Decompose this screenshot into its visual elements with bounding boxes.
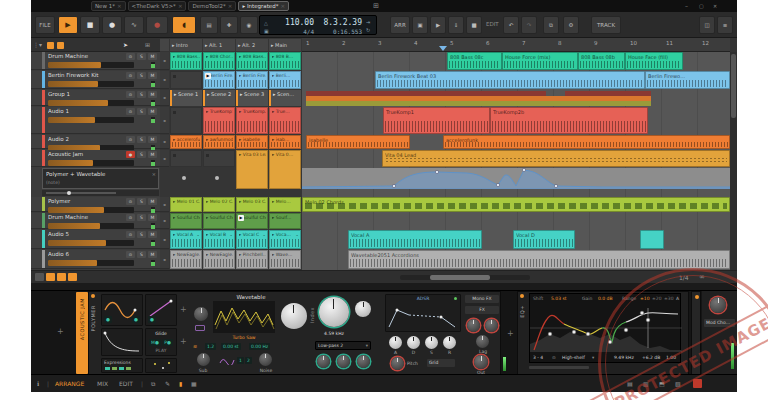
stop-button[interactable]: ■ [80, 16, 100, 34]
h-scrollbar-thumb[interactable] [430, 275, 490, 280]
tab-mix[interactable]: MIX [97, 380, 108, 387]
mute-button[interactable]: M [148, 72, 157, 79]
eq-shift-value[interactable]: 5.03 st [551, 296, 567, 301]
eq-range-10[interactable]: ±10 [640, 296, 650, 301]
expr-chip4[interactable] [126, 367, 131, 370]
eq-scrollbar[interactable] [529, 366, 589, 369]
redo-icon[interactable]: ↷ [521, 16, 537, 34]
track-color-tab[interactable]: ACOUSTIC JAM [76, 292, 88, 374]
empty-clip-slot[interactable] [170, 107, 202, 134]
launcher-clip[interactable]: ▸ Vocal B⌄ [203, 230, 235, 249]
export-play-icon[interactable]: ▶ [430, 16, 446, 34]
volume-fader[interactable] [48, 62, 134, 68]
groove-toggle-icon[interactable]: ▤ [200, 16, 218, 34]
launcher-clip[interactable]: ▸ Berlin Fire…▶ [203, 71, 235, 89]
clip-view-icon[interactable]: ▮ [179, 380, 182, 387]
next-device-strip[interactable] [691, 291, 701, 375]
tab-close-icon[interactable]: × [280, 3, 285, 9]
project-tab[interactable]: New 1*× [91, 1, 126, 11]
expr-chip2[interactable] [112, 367, 117, 370]
dual-view-icon[interactable]: ⧉ [151, 380, 155, 388]
tab-close-icon[interactable]: × [117, 3, 122, 9]
wavetable-title[interactable]: Wavetable [189, 294, 313, 300]
arr-button[interactable]: ARR [390, 16, 410, 34]
volume-fader[interactable] [48, 160, 134, 166]
arranger-clip[interactable]: 808 Bass 08c [447, 52, 502, 70]
solo-button[interactable]: S [137, 214, 146, 221]
notes-panel-icon[interactable]: ▧ [675, 380, 681, 387]
env-r-knob[interactable] [443, 336, 456, 349]
v-scrollbar-thumb[interactable] [731, 54, 736, 118]
env-a-knob[interactable] [389, 336, 402, 349]
mute-button[interactable]: M [148, 151, 157, 158]
launcher-clip[interactable]: ▸ Melo 03 C… [236, 197, 268, 212]
volume-fader[interactable] [48, 260, 134, 266]
record-arm-button[interactable]: ⊙ [126, 136, 135, 143]
stop-column-cell[interactable]: ▪ [160, 135, 169, 149]
track-header[interactable]: Audio 1⊙SM [31, 107, 160, 134]
grid-view-icon[interactable]: ▦ [191, 380, 197, 387]
track-header[interactable]: Audio 5⊙SM [31, 230, 160, 249]
launcher-clip[interactable]: ▸ Vocal A⌄ [170, 230, 202, 249]
global-arm-icon[interactable] [47, 42, 54, 49]
track-header[interactable]: Audio 2⊙SM [31, 135, 160, 149]
mute-button[interactable]: M [148, 198, 157, 205]
stop-column-cell[interactable]: ▪ [160, 197, 169, 212]
record-arm-button[interactable]: ⊙ [126, 214, 135, 221]
wavetable-display[interactable] [213, 301, 275, 333]
launcher-clip[interactable]: ▸ Soulf… [269, 213, 301, 229]
track-name[interactable]: Polymer [48, 198, 124, 204]
transport-display[interactable]: △ ▣ 110.00 4/4 8.3.2.39 0:16.553 ⇥ ↻ [259, 15, 377, 35]
v-scrollbar[interactable] [730, 52, 737, 270]
record-arm-button[interactable]: ⊙ [126, 231, 135, 238]
ruler-bar-number[interactable]: 7 [522, 40, 526, 46]
launcher-clip[interactable]: ▸ 808 Bass… [236, 52, 268, 70]
global-arm2-icon[interactable] [57, 42, 64, 49]
launcher-clip[interactable]: ▸ Vita 03 Lead [236, 150, 268, 189]
eq-display[interactable]: Shift 5.03 st Gain 0.0 dB Range ±10 ±20 … [529, 293, 681, 363]
filter-key-knob[interactable] [337, 355, 350, 368]
undo-icon[interactable]: ↶ [503, 16, 519, 34]
sub-chip2[interactable]: 2 [245, 357, 252, 364]
eq-solo-icon[interactable]: ⊙ [552, 355, 556, 360]
tab-edit[interactable]: EDIT [119, 380, 133, 387]
track-meter-button[interactable] [57, 273, 66, 281]
filter-res-knob[interactable] [355, 301, 371, 317]
launcher-clip[interactable]: ▸ True… [269, 107, 301, 134]
filter-drive-knob[interactable] [357, 355, 370, 368]
file-button[interactable]: FILE [35, 16, 55, 34]
out-knob[interactable] [474, 355, 488, 369]
fx-send2-knob[interactable] [485, 319, 498, 332]
ruler-bar-number[interactable]: 2 [342, 40, 346, 46]
clip-stop-dot[interactable] [182, 176, 186, 180]
record-arm-button[interactable]: ⊙ [126, 91, 135, 98]
tab-close-icon[interactable]: × [228, 3, 233, 9]
arranger-clip[interactable]: Berlin Firework Beat 03 [375, 71, 645, 89]
track-name[interactable]: Drum Machine [48, 53, 124, 59]
track-name[interactable]: Drum Machine [48, 214, 124, 220]
volume-fader[interactable] [48, 81, 134, 87]
launcher-clip[interactable]: ▸ Wave… [269, 250, 301, 269]
panel-close-icon[interactable]: × [152, 171, 156, 177]
chain-preset-chip[interactable]: Mod Cho… [704, 319, 735, 327]
eq-gain-value[interactable]: 0.0 dB [598, 296, 613, 301]
track-add-button[interactable] [35, 273, 44, 281]
eq-curves[interactable] [530, 304, 682, 352]
launcher-clip[interactable]: ▸ Voca…⌄ [269, 230, 301, 249]
launcher-clip[interactable]: ▸ Soulful Cho… [203, 213, 235, 229]
loop-icon[interactable]: ↻ [366, 27, 370, 33]
empty-clip-slot[interactable] [170, 150, 202, 167]
stop-column-cell[interactable]: ▪ [160, 52, 169, 70]
arranger-clip[interactable]: Vita 04 Lead [382, 150, 730, 167]
song-time[interactable]: 0:16.553 [320, 28, 362, 35]
clip-chevron-icon[interactable]: ⌄ [229, 232, 233, 237]
launcher-clip[interactable]: ▸ Melo 01 C… [170, 197, 202, 212]
record-arm-button[interactable]: ⊙ [126, 251, 135, 258]
launcher-clip[interactable]: ▸ Melo… [269, 197, 301, 212]
eq-freq-value[interactable]: 9.49 kHz [614, 355, 634, 360]
device-plus-icon[interactable]: + [507, 329, 514, 338]
bounce-icon[interactable]: ■ [466, 16, 482, 34]
launcher-clip[interactable]: ▸ 808 Bass… [170, 52, 202, 70]
record-arm-button[interactable]: ⊙ [126, 198, 135, 205]
automation-curve[interactable] [302, 168, 730, 189]
